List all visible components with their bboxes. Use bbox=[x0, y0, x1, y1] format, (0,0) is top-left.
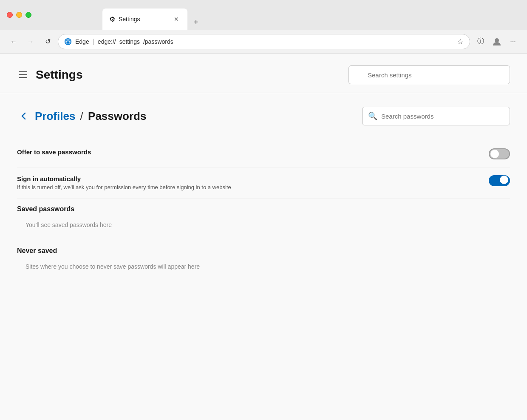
breadcrumb-separator: / bbox=[80, 110, 86, 122]
tab-close-button[interactable]: ✕ bbox=[172, 15, 181, 23]
settings-tab[interactable]: ⚙ Settings ✕ bbox=[102, 9, 187, 30]
back-arrow-icon bbox=[19, 111, 28, 121]
browser-name: Edge bbox=[75, 38, 89, 45]
forward-button[interactable]: → bbox=[24, 35, 37, 48]
offer-to-save-slider bbox=[489, 148, 510, 159]
url-bold: settings bbox=[119, 38, 140, 45]
minimize-button[interactable] bbox=[16, 12, 22, 18]
never-saved-title: Never saved bbox=[17, 247, 510, 255]
svg-point-1 bbox=[495, 38, 499, 43]
address-divider: | bbox=[93, 38, 94, 45]
info-button[interactable]: ⓘ bbox=[473, 34, 488, 49]
current-page-label: Passwords bbox=[88, 110, 146, 122]
saved-passwords-section: Saved passwords You'll see saved passwor… bbox=[17, 205, 510, 233]
saved-passwords-empty: You'll see saved passwords here bbox=[17, 216, 510, 233]
settings-tab-icon: ⚙ bbox=[109, 15, 115, 23]
page-title: Settings bbox=[36, 68, 82, 82]
sign-in-auto-label-group: Sign in automatically If this is turned … bbox=[17, 175, 231, 190]
nav-actions: ⓘ ··· bbox=[473, 34, 520, 49]
offer-to-save-row: Offer to save passwords bbox=[17, 141, 510, 167]
browser-content: Settings 🔍 Profiles / Passwords bbox=[0, 54, 527, 420]
reload-button[interactable]: ↺ bbox=[41, 35, 54, 48]
hamburger-line-3 bbox=[19, 77, 27, 78]
profile-button[interactable] bbox=[490, 34, 504, 49]
maximize-button[interactable] bbox=[26, 12, 31, 18]
profiles-back-button[interactable] bbox=[17, 110, 30, 122]
back-button[interactable]: ← bbox=[7, 35, 20, 48]
sign-in-auto-description: If this is turned off, we'll ask you for… bbox=[17, 184, 231, 190]
offer-to-save-label: Offer to save passwords bbox=[17, 148, 91, 156]
profiles-link[interactable]: Profiles bbox=[35, 110, 75, 122]
traffic-lights bbox=[7, 12, 31, 18]
hamburger-line-1 bbox=[19, 71, 27, 72]
sign-in-auto-row: Sign in automatically If this is turned … bbox=[17, 167, 510, 199]
title-bar: ⚙ Settings ✕ + bbox=[0, 0, 527, 30]
tab-bar: ⚙ Settings ✕ + bbox=[37, 0, 204, 30]
settings-header-left: Settings bbox=[17, 68, 82, 82]
person-icon bbox=[492, 37, 502, 46]
never-saved-section: Never saved Sites where you choose to ne… bbox=[17, 247, 510, 275]
sign-in-auto-slider bbox=[489, 175, 510, 186]
address-bar[interactable]: Edge | edge://settings/passwords ☆ bbox=[58, 34, 470, 49]
edge-logo-icon bbox=[64, 38, 72, 45]
never-saved-empty: Sites where you choose to never save pas… bbox=[17, 258, 510, 275]
search-settings-input[interactable] bbox=[348, 65, 510, 84]
search-settings-wrapper: 🔍 bbox=[348, 65, 510, 84]
page-header: Profiles / Passwords 🔍 bbox=[17, 107, 510, 125]
favorite-icon[interactable]: ☆ bbox=[457, 37, 464, 46]
sign-in-auto-label: Sign in automatically bbox=[17, 175, 231, 182]
sign-in-auto-toggle[interactable] bbox=[489, 175, 510, 186]
close-button[interactable] bbox=[7, 12, 13, 18]
url-prefix: edge:// bbox=[98, 38, 116, 45]
offer-to-save-toggle[interactable] bbox=[489, 148, 510, 159]
sidebar-toggle-button[interactable] bbox=[17, 70, 29, 80]
breadcrumb: Profiles / Passwords bbox=[35, 110, 146, 123]
page-header-left: Profiles / Passwords bbox=[17, 110, 146, 123]
url-suffix: /passwords bbox=[143, 38, 173, 45]
offer-to-save-label-group: Offer to save passwords bbox=[17, 148, 91, 156]
saved-passwords-title: Saved passwords bbox=[17, 205, 510, 213]
settings-header: Settings 🔍 bbox=[0, 54, 527, 93]
settings-tab-title: Settings bbox=[119, 16, 140, 23]
new-tab-button[interactable]: + bbox=[188, 14, 204, 30]
hamburger-line-2 bbox=[19, 74, 27, 75]
search-passwords-wrapper: 🔍 bbox=[362, 107, 510, 125]
search-passwords-input[interactable] bbox=[362, 107, 510, 125]
nav-bar: ← → ↺ Edge | edge://settings/passwords ☆… bbox=[0, 30, 527, 54]
settings-body: Profiles / Passwords 🔍 Offer to save pas… bbox=[0, 93, 527, 420]
more-button[interactable]: ··· bbox=[506, 34, 520, 49]
